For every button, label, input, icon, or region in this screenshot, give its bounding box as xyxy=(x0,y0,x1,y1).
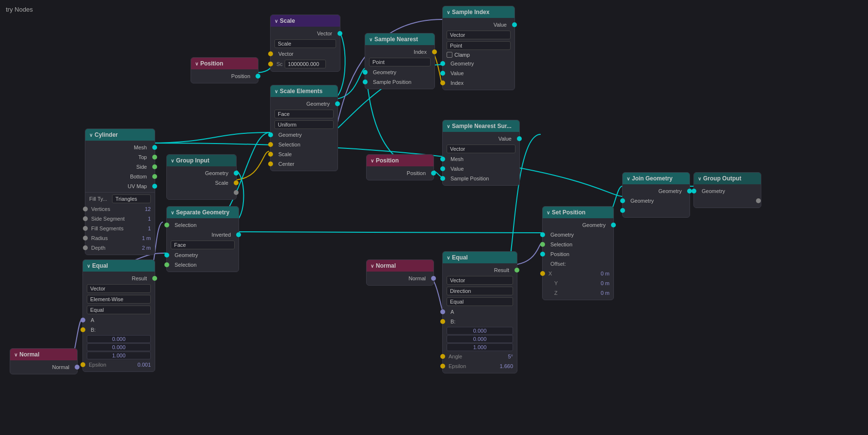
cylinder-filltype-row: Fill Ty... Triangles xyxy=(85,193,155,204)
scale-elements-socket-sel[interactable] xyxy=(268,142,273,147)
equal-right-socket-b[interactable] xyxy=(440,319,445,324)
cylinder-socket-mesh[interactable] xyxy=(152,145,157,150)
separate-geometry-socket-geo-out[interactable] xyxy=(164,253,169,258)
scale-socket-vector-out[interactable] xyxy=(338,31,342,36)
scale-socket-sc[interactable] xyxy=(268,62,273,66)
sample-nearest-socket-geo[interactable] xyxy=(363,70,368,75)
scale-output-vector: Vector xyxy=(271,29,340,38)
scale-elements-socket-geo-out[interactable] xyxy=(335,101,340,106)
equal-main-socket-b[interactable] xyxy=(80,327,85,332)
equal-main-equal-select[interactable]: Equal xyxy=(87,306,151,314)
equal-main-b-label: B: xyxy=(83,325,155,335)
separate-geometry-out-geo: Geometry xyxy=(167,250,239,260)
equal-right-socket-epsilon[interactable] xyxy=(440,364,445,369)
position1-collapse[interactable]: ∨ xyxy=(195,61,198,66)
cylinder-socket-side[interactable] xyxy=(152,164,157,169)
sample-nearest-sur-vector-select[interactable]: Vector xyxy=(447,145,515,153)
cylinder-output-side: Side xyxy=(85,162,155,172)
scale-elements-title: Scale Elements xyxy=(280,88,322,95)
scale-elements-socket-geo-in[interactable] xyxy=(268,132,273,137)
sample-index-socket-index[interactable] xyxy=(440,81,445,85)
sample-index-vector-select[interactable]: Vector xyxy=(447,31,511,39)
group-input-socket-geo[interactable] xyxy=(234,171,239,176)
scale-elements-socket-scale[interactable] xyxy=(268,152,273,157)
set-position-socket-geo-in[interactable] xyxy=(540,232,545,237)
sample-nearest-point-select[interactable]: Point xyxy=(369,58,431,66)
equal-right-b-z[interactable] xyxy=(447,343,513,351)
set-position-socket-sel[interactable] xyxy=(540,242,545,247)
sample-nearest-sur-socket-value[interactable] xyxy=(517,136,522,141)
sample-nearest-socket-index[interactable] xyxy=(432,49,437,54)
join-geometry-socket-geo-in2[interactable] xyxy=(620,208,625,213)
equal-main-vector-select[interactable]: Vector xyxy=(87,284,151,293)
sample-nearest-output-index: Index xyxy=(365,47,434,57)
sample-index-socket-value-out[interactable] xyxy=(512,22,517,27)
set-position-socket-geo-out[interactable] xyxy=(611,223,616,227)
equal-right-b-y[interactable] xyxy=(447,335,513,343)
scale-type-dropdown[interactable]: Scale xyxy=(274,39,336,48)
normal-right-socket-normal[interactable] xyxy=(431,276,436,281)
position1-socket-position[interactable] xyxy=(256,74,260,79)
sample-index-clamp-checkbox[interactable] xyxy=(447,52,452,58)
sample-index-clamp-row: Clamp xyxy=(443,51,514,59)
equal-right-direction-select[interactable]: Direction xyxy=(447,287,513,295)
cylinder-socket-uvmap[interactable] xyxy=(152,184,157,189)
cylinder-socket-top[interactable] xyxy=(152,155,157,160)
cylinder-socket-fill-seg[interactable] xyxy=(83,226,88,231)
scale-socket-vector-in[interactable] xyxy=(268,51,273,56)
normal-right-title: Normal xyxy=(376,262,396,269)
set-position-in-geo: Geometry xyxy=(543,230,613,240)
group-output-socket-empty[interactable] xyxy=(756,198,761,203)
equal-right-vector-select[interactable]: Vector xyxy=(447,276,513,285)
sample-index-socket-geo[interactable] xyxy=(440,61,445,66)
separate-geometry-socket-sel-out[interactable] xyxy=(164,262,169,267)
cylinder-socket-side-seg[interactable] xyxy=(83,216,88,221)
scale-sc-input[interactable] xyxy=(285,60,326,68)
cylinder-filltype-select[interactable]: Triangles xyxy=(112,194,151,203)
cylinder-socket-bottom[interactable] xyxy=(152,174,157,179)
sample-nearest-sur-socket-mesh[interactable] xyxy=(440,157,445,161)
position2-socket-position[interactable] xyxy=(431,171,436,176)
equal-right-socket-angle[interactable] xyxy=(440,354,445,359)
sample-index-socket-value-in[interactable] xyxy=(440,71,445,76)
equal-right-b-x[interactable] xyxy=(447,327,513,335)
equal-main-socket-result[interactable] xyxy=(152,276,157,281)
group-input-socket-scale[interactable] xyxy=(234,180,239,185)
equal-main-socket-epsilon[interactable] xyxy=(80,362,85,367)
equal-main-element-select[interactable]: Element-Wise xyxy=(87,295,151,304)
set-position-socket-offset-x[interactable] xyxy=(540,271,545,276)
equal-main-b-y[interactable] xyxy=(87,343,151,351)
equal-main-node: ∨ Equal Result Vector Element-Wise Equal… xyxy=(82,259,155,372)
equal-right-epsilon-row: Epsilon 1.660 xyxy=(443,361,517,371)
equal-right-equal-select[interactable]: Equal xyxy=(447,297,513,306)
sample-nearest-sur-socket-value-in[interactable] xyxy=(440,166,445,171)
scale-elements-socket-center[interactable] xyxy=(268,161,273,166)
equal-right-node: ∨ Equal Result Vector Direction Equal A xyxy=(442,251,517,373)
cylinder-socket-vertices[interactable] xyxy=(83,207,88,211)
separate-geometry-face-select[interactable]: Face xyxy=(171,241,235,249)
separate-geometry-socket-sel-in[interactable] xyxy=(164,223,169,227)
join-geometry-header: ∨ Join Geometry xyxy=(623,173,690,184)
set-position-socket-pos[interactable] xyxy=(540,252,545,257)
position2-node: ∨ Position Position xyxy=(366,154,434,180)
separate-geometry-out-inverted: Inverted xyxy=(167,230,239,240)
group-input-socket-empty[interactable] xyxy=(234,190,239,195)
equal-main-socket-a[interactable] xyxy=(80,318,85,322)
scale-elements-uniform-select[interactable]: Uniform xyxy=(274,120,334,129)
equal-right-socket-result[interactable] xyxy=(514,268,519,273)
sample-nearest-sur-socket-pos[interactable] xyxy=(440,176,445,181)
equal-right-socket-a[interactable] xyxy=(440,309,445,314)
equal-main-epsilon-row: Epsilon 0.001 xyxy=(83,360,155,370)
separate-geometry-socket-inverted[interactable] xyxy=(236,232,241,237)
sample-nearest-socket-pos[interactable] xyxy=(363,80,368,84)
equal-main-b-x[interactable] xyxy=(87,335,151,343)
cylinder-socket-depth[interactable] xyxy=(83,245,88,250)
scale-elements-face-select[interactable]: Face xyxy=(274,110,334,118)
group-output-socket-geo[interactable] xyxy=(691,189,696,193)
sample-index-point-select[interactable]: Point xyxy=(447,41,511,50)
join-geometry-socket-geo-in[interactable] xyxy=(620,198,625,203)
cylinder-socket-radius[interactable] xyxy=(83,236,88,241)
normal-bottom-socket-normal[interactable] xyxy=(75,365,80,370)
equal-main-b-z[interactable] xyxy=(87,352,151,359)
sample-index-header: ∨ Sample Index xyxy=(443,6,514,18)
